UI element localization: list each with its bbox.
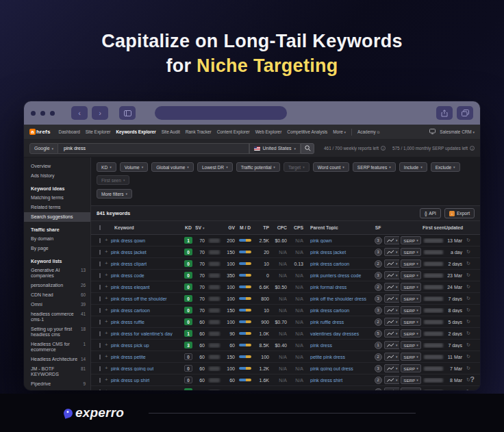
search-submit-button[interactable] bbox=[301, 143, 314, 154]
row-checkbox[interactable] bbox=[94, 273, 105, 278]
refresh-icon[interactable]: ↻ bbox=[465, 366, 472, 371]
keyword-link[interactable]: pink dress off the shoulder bbox=[111, 296, 167, 301]
add-to-list-button[interactable]: + bbox=[105, 331, 108, 336]
trend-chart-button[interactable]: ▾ bbox=[384, 259, 399, 268]
api-button[interactable]: {}API bbox=[420, 208, 441, 218]
refresh-icon[interactable]: ↻ bbox=[465, 261, 472, 266]
sidebar-item-matching-terms[interactable]: Matching terms bbox=[24, 193, 90, 203]
filter-include[interactable]: Include ▾ bbox=[399, 162, 427, 172]
nav-item-site-explorer[interactable]: Site Explorer bbox=[86, 129, 111, 134]
tab-overview-button[interactable] bbox=[457, 106, 473, 120]
sidebar-item-overview[interactable]: Overview bbox=[24, 162, 90, 171]
keyword-link[interactable]: pink dress jacket bbox=[111, 250, 147, 255]
filter-volume[interactable]: Volume ▾ bbox=[120, 162, 149, 172]
sidebar-item-cdn-head[interactable]: CDN head60 bbox=[24, 290, 90, 300]
keyword-link[interactable]: pink dress for valentine's day bbox=[111, 331, 173, 336]
parent-topic-link[interactable]: pink dress cartoon bbox=[310, 262, 349, 266]
row-checkbox[interactable] bbox=[94, 285, 105, 290]
column-header-sv[interactable]: SV ▾ bbox=[195, 225, 207, 230]
row-checkbox[interactable] bbox=[94, 331, 105, 336]
row-checkbox[interactable] bbox=[94, 250, 105, 255]
column-header-keyword[interactable]: Keyword bbox=[105, 225, 181, 230]
parent-topic-link[interactable]: petite pink dress bbox=[310, 355, 345, 359]
serp-button[interactable]: SERP ▾ bbox=[401, 387, 420, 390]
filter-word-count[interactable]: Word count ▾ bbox=[313, 162, 349, 172]
add-to-list-button[interactable]: + bbox=[105, 389, 108, 390]
add-to-list-button[interactable]: + bbox=[105, 319, 108, 325]
sidebar-item-by-domain[interactable]: By domain bbox=[24, 234, 90, 244]
row-checkbox[interactable] bbox=[94, 296, 105, 301]
add-to-list-button[interactable]: + bbox=[105, 307, 108, 313]
export-button[interactable]: ↓Export bbox=[444, 208, 475, 218]
filter-traffic-potential[interactable]: Traffic potential ▾ bbox=[236, 162, 280, 172]
row-checkbox[interactable] bbox=[94, 308, 105, 313]
add-to-list-button[interactable]: + bbox=[105, 296, 108, 301]
column-header-kd[interactable]: KD bbox=[181, 225, 195, 230]
nav-item-site-audit[interactable]: Site Audit bbox=[162, 129, 180, 134]
nav-item-more[interactable]: More ▾ bbox=[333, 129, 346, 134]
serp-button[interactable]: SERP ▾ bbox=[401, 364, 420, 372]
filter-global-volume[interactable]: Global volume ▾ bbox=[151, 162, 194, 172]
serp-button[interactable]: SERP ▾ bbox=[401, 259, 420, 268]
refresh-icon[interactable]: ↻ bbox=[465, 389, 472, 390]
serp-button[interactable]: SERP ▾ bbox=[401, 248, 420, 256]
sidebar-item-by-page[interactable]: By page bbox=[24, 244, 90, 253]
refresh-icon[interactable]: ↻ bbox=[465, 238, 472, 243]
trend-chart-button[interactable]: ▾ bbox=[384, 236, 399, 244]
keyword-query-input[interactable]: pink dress bbox=[58, 143, 249, 154]
info-icon[interactable]: i bbox=[381, 146, 386, 151]
row-checkbox[interactable] bbox=[94, 366, 105, 371]
trend-chart-button[interactable]: ▾ bbox=[384, 353, 399, 361]
address-bar[interactable] bbox=[155, 106, 287, 120]
keyword-link[interactable]: pink dress elegant bbox=[111, 285, 150, 290]
keyword-link[interactable]: pink dress pick up bbox=[111, 343, 149, 348]
share-button[interactable] bbox=[436, 106, 453, 120]
serp-button[interactable]: SERP ▾ bbox=[401, 236, 420, 244]
sidebar-item-headless-cms-for-ecommerce[interactable]: Headless CMS for ecommerce1 bbox=[24, 340, 90, 355]
parent-topic-link[interactable]: pink dress shirt bbox=[310, 378, 342, 383]
trend-chart-button[interactable]: ▾ bbox=[384, 329, 399, 338]
keyword-link[interactable]: pink dress ruffle bbox=[111, 320, 144, 325]
serp-button[interactable]: SERP ▾ bbox=[401, 376, 420, 384]
trend-chart-button[interactable]: ▾ bbox=[384, 271, 399, 279]
refresh-icon[interactable]: ↻ bbox=[465, 342, 472, 348]
sidebar-item-headless-architecture[interactable]: Headless Architecture14 bbox=[24, 355, 90, 364]
crm-menu[interactable]: Salesmate CRM ▾ bbox=[440, 129, 475, 134]
info-icon[interactable]: i bbox=[470, 146, 475, 151]
ahrefs-logo[interactable]: ahrefs bbox=[29, 129, 51, 135]
add-to-list-button[interactable]: + bbox=[105, 342, 108, 348]
trend-chart-button[interactable]: ▾ bbox=[384, 387, 399, 390]
parent-topic-link[interactable]: pink ruffle dress bbox=[310, 320, 344, 325]
row-checkbox[interactable] bbox=[94, 355, 105, 359]
refresh-icon[interactable]: ↻ bbox=[465, 307, 472, 313]
serp-button[interactable]: SERP ▾ bbox=[401, 283, 420, 291]
add-to-list-button[interactable]: + bbox=[105, 249, 108, 255]
filter-exclude[interactable]: Exclude ▾ bbox=[431, 162, 460, 172]
filter-lowest-dr[interactable]: Lowest DR ▾ bbox=[197, 162, 233, 172]
filter-serp-features[interactable]: SERP features ▾ bbox=[353, 162, 396, 172]
add-to-list-button[interactable]: + bbox=[105, 366, 108, 371]
column-header-updated[interactable]: Updated bbox=[444, 225, 465, 230]
trend-chart-button[interactable]: ▾ bbox=[384, 294, 399, 303]
sidebar-toggle-button[interactable] bbox=[119, 106, 136, 120]
parent-topic-link[interactable]: pink dress jacket bbox=[310, 250, 346, 255]
select-all-checkbox[interactable] bbox=[94, 225, 105, 230]
refresh-icon[interactable]: ↻ bbox=[465, 296, 472, 301]
serp-button[interactable]: SERP ▾ bbox=[401, 353, 420, 361]
sidebar-item-search-suggestions[interactable]: Search suggestions bbox=[24, 212, 90, 222]
trend-chart-button[interactable]: ▾ bbox=[384, 306, 399, 314]
refresh-icon[interactable]: ↻ bbox=[465, 331, 472, 336]
serp-button[interactable]: SERP ▾ bbox=[401, 341, 420, 349]
sidebar-item-generative-ai-companies[interactable]: Generative AI companies13 bbox=[24, 266, 90, 281]
nav-item-content-explorer[interactable]: Content Explorer bbox=[217, 129, 250, 134]
column-header-tp[interactable]: TP bbox=[253, 225, 272, 230]
row-checkbox[interactable] bbox=[94, 320, 105, 325]
keyword-link[interactable]: pink dress going out bbox=[111, 366, 154, 371]
trend-chart-button[interactable]: ▾ bbox=[384, 283, 399, 291]
browser-forward-button[interactable]: › bbox=[92, 106, 108, 120]
parent-topic-link[interactable]: pink gown bbox=[310, 238, 332, 243]
sidebar-item-setting-up-your-first-headless-cms[interactable]: Setting up your first headless cms18 bbox=[24, 325, 90, 340]
sidebar-item-ads-history[interactable]: Ads history bbox=[24, 171, 90, 181]
column-header-cps[interactable]: CPS bbox=[290, 225, 306, 230]
keyword-link[interactable]: pink dress petite bbox=[111, 355, 146, 359]
